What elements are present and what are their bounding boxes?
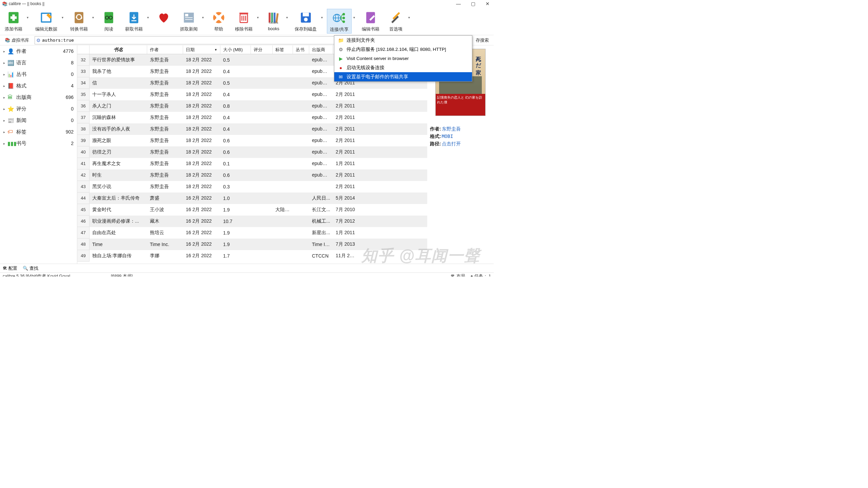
table-row[interactable]: 35十一字杀人东野圭吾18 2月 20220.4epub掌...2月 2011 xyxy=(77,89,427,100)
cell-publisher: epub掌... xyxy=(309,57,333,63)
path-link[interactable]: 点击打开 xyxy=(442,141,461,147)
minimize-button[interactable]: — xyxy=(454,1,463,6)
tag-browser-出版商[interactable]: ▸🏛出版商696 xyxy=(0,92,77,103)
expand-icon[interactable]: ▸ xyxy=(3,130,7,134)
table-row[interactable]: 42时生东野圭吾18 2月 20220.6epub掌...2月 2011 xyxy=(77,169,427,181)
expand-icon[interactable]: ▸ xyxy=(3,96,7,99)
expand-icon[interactable]: ▸ xyxy=(3,84,7,88)
search-button[interactable]: 🔍查找 xyxy=(23,265,38,271)
menu-item[interactable]: ✉设置基于电子邮件的书籍共享 xyxy=(334,72,472,81)
tag-browser-作者[interactable]: ▸👤作者4776 xyxy=(0,45,77,57)
column-title[interactable]: 书名 xyxy=(90,45,147,54)
bottom-toolbar: 🛠配置 🔍查找 xyxy=(0,264,494,272)
virtual-library-button[interactable]: 📚 虚拟书库 xyxy=(2,37,32,44)
menu-item[interactable]: ▶Visit Content server in browser xyxy=(334,54,472,63)
toolbar-保存到磁盘[interactable]: 保存到磁盘 xyxy=(292,9,319,33)
column-size[interactable]: 大小 (MB) xyxy=(220,45,251,54)
column-date[interactable]: 日期▼ xyxy=(183,45,220,54)
expand-icon[interactable]: ▸ xyxy=(3,61,7,65)
toolbar-编辑元数据[interactable]: 编辑元数据 xyxy=(33,9,60,33)
column-rating[interactable]: 评分 xyxy=(251,45,273,54)
expand-icon[interactable]: ▸ xyxy=(3,49,7,53)
save-search-button[interactable]: 存搜索 xyxy=(473,37,492,44)
status-version: calibre 5.36 [64bit]作者 Kovid Goyal xyxy=(3,273,70,277)
toolbar-移除书籍[interactable]: 移除书籍 xyxy=(232,9,255,33)
cell-size: 0.4 xyxy=(220,69,251,74)
table-row[interactable]: 41再生魔术之女东野圭吾18 2月 20220.1epub掌...1月 2011 xyxy=(77,158,427,169)
tag-browser-格式[interactable]: ▸📕格式4 xyxy=(0,80,77,92)
tag-browser-新闻[interactable]: ▸📰新闻0 xyxy=(0,115,77,126)
toolbar-dropdown-arrow[interactable]: ▾ xyxy=(25,9,30,19)
close-button[interactable]: ✕ xyxy=(484,1,492,6)
layout-button[interactable]: 🛠 布局 xyxy=(451,273,465,277)
toolbar-donate[interactable] xyxy=(153,9,175,27)
toolbar-帮助[interactable]: 帮助 xyxy=(208,9,230,33)
cell-author: 东野圭吾 xyxy=(147,138,183,144)
toolbar-dropdown-arrow[interactable]: ▾ xyxy=(145,9,150,19)
tag-browser-丛书[interactable]: ▸📊丛书0 xyxy=(0,68,77,80)
format-link[interactable]: MOBI xyxy=(442,134,453,140)
column-tags[interactable]: 标签 xyxy=(273,45,293,54)
row-number: 40 xyxy=(77,146,90,158)
column-series[interactable]: 丛书 xyxy=(293,45,309,54)
toolbar-dropdown-arrow[interactable]: ▾ xyxy=(319,9,324,19)
table-row[interactable]: 36杀人之门东野圭吾18 2月 20220.8epub掌...2月 2011 xyxy=(77,100,427,112)
category-count: 0 xyxy=(71,72,74,77)
column-author[interactable]: 作者 xyxy=(147,45,183,54)
table-row[interactable]: 39濒死之眼东野圭吾18 2月 20220.6epub掌...2月 2011 xyxy=(77,135,427,146)
toolbar-首选项[interactable]: 首选项 xyxy=(385,9,407,33)
table-row[interactable]: 47自由在高处熊培云16 2月 20221.9新星出...1月 2011 xyxy=(77,227,427,239)
cell-date: 18 2月 2022 xyxy=(183,80,220,86)
menu-item[interactable]: ⚙停止内容服务 [192.168.2.104, 端口 8080, HTTP] xyxy=(334,45,472,54)
toolbar-label: 转换书籍 xyxy=(70,26,88,32)
expand-icon[interactable]: ▸ xyxy=(3,73,7,76)
table-row[interactable]: 46职业漫画师必修课：...藏木16 2月 202210.7机械工...7月 2… xyxy=(77,216,427,227)
cell-pubdate: 11月 2013 xyxy=(333,253,359,259)
toolbar-dropdown-arrow[interactable]: ▾ xyxy=(91,9,95,19)
toolbar-转换书籍[interactable]: 转换书籍 xyxy=(67,9,91,33)
tag-browser-书号[interactable]: ▸▮▮▮书号2 xyxy=(0,138,77,149)
gear-icon[interactable]: ⚙ xyxy=(36,38,41,43)
toolbar-dropdown-arrow[interactable]: ▾ xyxy=(284,9,289,19)
menu-item[interactable]: ●启动无线设备连接 xyxy=(334,63,472,72)
expand-icon[interactable]: ▸ xyxy=(3,142,7,145)
preferences-button[interactable]: 🛠配置 xyxy=(3,265,17,271)
toolbar-抓取新闻[interactable]: 抓取新闻 xyxy=(177,9,200,33)
jobs-indicator[interactable]: ● 任务： 1 xyxy=(471,273,491,277)
toolbar-dropdown-arrow[interactable]: ▾ xyxy=(200,9,205,19)
toolbar-添加书籍[interactable]: 添加书籍 xyxy=(2,9,25,33)
toolbar-获取书籍[interactable]: 获取书籍 xyxy=(122,9,145,33)
column-publisher[interactable]: 出版商 xyxy=(309,45,333,54)
author-link[interactable]: 东野圭吾 xyxy=(442,126,461,132)
cell-pubdate: 2月 2011 xyxy=(333,126,359,132)
expand-icon[interactable]: ▸ xyxy=(3,119,7,122)
toolbar-dropdown-arrow[interactable]: ▾ xyxy=(255,9,260,19)
table-row[interactable]: 37沉睡的森林东野圭吾18 2月 20220.4epub掌...2月 2011 xyxy=(77,112,427,123)
cell-size: 0.1 xyxy=(220,161,251,166)
toolbar-label: 帮助 xyxy=(214,26,223,32)
tag-browser-标签[interactable]: ▸🏷标签902 xyxy=(0,126,77,138)
toolbar-连接/共享[interactable]: 连接/共享 xyxy=(327,9,352,34)
table-row[interactable]: 48TimeTime Inc.16 2月 20221.9Time Inc.7月 … xyxy=(77,239,427,250)
table-row[interactable]: 43黑笑小说东野圭吾18 2月 20220.32月 2011 xyxy=(77,181,427,192)
table-row[interactable]: 40彷徨之刃东野圭吾18 2月 20220.6epub掌...2月 2011 xyxy=(77,146,427,158)
toolbar-books[interactable]: CALIBREbooks xyxy=(263,9,284,32)
toolbar-阅读[interactable]: 阅读 xyxy=(98,9,120,33)
toolbar-dropdown-arrow[interactable]: ▾ xyxy=(352,9,356,19)
tag-browser-评分[interactable]: ▸⭐评分0 xyxy=(0,103,77,115)
table-row[interactable]: 44大秦宣太后：芈氏传奇萧盛16 2月 20221.0人民日...5月 2014 xyxy=(77,192,427,204)
table-row[interactable]: 49独自上场:李娜自传李娜16 2月 20221.7CTCCN11月 2013 xyxy=(77,250,427,262)
toolbar-编辑书籍[interactable]: 编辑书籍 xyxy=(359,9,382,33)
maximize-button[interactable]: ▢ xyxy=(469,1,477,6)
table-row[interactable]: 45黄金时代王小波16 2月 20221.9大陆, ...长江文...7月 20… xyxy=(77,204,427,216)
table-row[interactable]: 38没有凶手的杀人夜东野圭吾18 2月 20220.4epub掌...2月 20… xyxy=(77,123,427,135)
menu-item[interactable]: 📁连接到文件夹 xyxy=(334,36,472,45)
expand-icon[interactable]: ▸ xyxy=(3,107,7,111)
toolbar-dropdown-arrow[interactable]: ▾ xyxy=(407,9,411,19)
column-rownum[interactable] xyxy=(77,45,90,54)
category-icon: ⭐ xyxy=(7,106,14,112)
cell-publisher: Time Inc. xyxy=(309,242,333,247)
tag-browser-语言[interactable]: ▸🔤语言8 xyxy=(0,57,77,68)
toolbar-dropdown-arrow[interactable]: ▾ xyxy=(60,9,65,19)
wrench-icon: 🛠 xyxy=(3,266,7,271)
